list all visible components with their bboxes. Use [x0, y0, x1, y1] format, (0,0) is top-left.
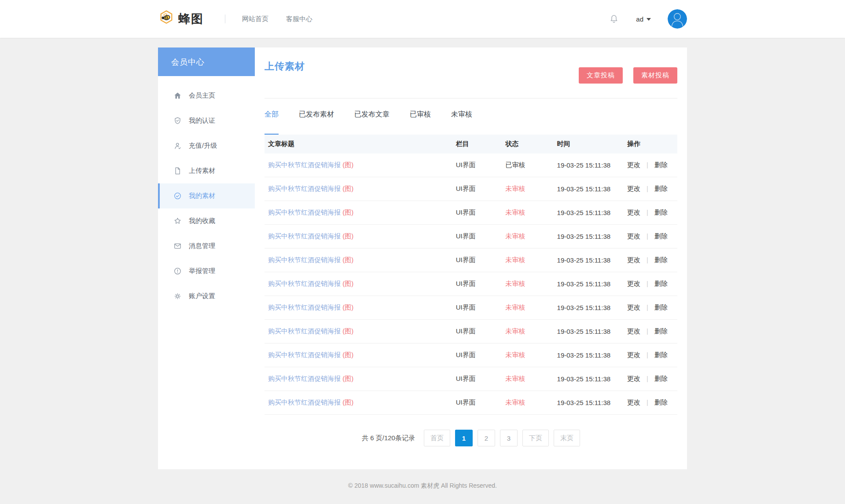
delete-link[interactable]: 删除: [654, 375, 668, 382]
tab-published-materials[interactable]: 已发布素材: [299, 110, 334, 135]
material-title-link[interactable]: 购买中秋节红酒促销海报 (图): [268, 256, 353, 263]
edit-link[interactable]: 更改: [627, 398, 640, 406]
notification-bell-icon[interactable]: [609, 14, 619, 24]
column-header-2: 栏目: [452, 140, 502, 148]
sidebar-item-my-materials[interactable]: 我的素材: [158, 183, 255, 208]
pagination-first[interactable]: 首页: [424, 430, 450, 446]
status-cell: 未审核: [502, 232, 553, 241]
sidebar-item-upload[interactable]: 上传素材: [158, 158, 255, 183]
edit-link[interactable]: 更改: [627, 351, 640, 358]
avatar[interactable]: [668, 9, 687, 29]
edit-link[interactable]: 更改: [627, 280, 640, 287]
mail-icon: [173, 242, 182, 251]
action-divider: |: [647, 208, 648, 216]
table-row: 购买中秋节红酒促销海报 (图) UI界面 未审核 19-03-25 15:11:…: [265, 177, 677, 201]
tab-reviewed[interactable]: 已审核: [410, 110, 431, 135]
nav-link-service-center[interactable]: 客服中心: [286, 15, 312, 23]
sidebar-item-member-home[interactable]: 会员主页: [158, 83, 255, 108]
pagination-last[interactable]: 末页: [554, 430, 580, 446]
status-cell: 未审核: [502, 280, 553, 288]
edit-link[interactable]: 更改: [627, 185, 640, 192]
copyright: © 2018 www.sucaihu.com 素材虎 All Rights Re…: [348, 482, 497, 489]
table-row: 购买中秋节红酒促销海报 (图) UI界面 未审核 19-03-25 15:11:…: [265, 201, 677, 225]
material-submit-button[interactable]: 素材投稿: [633, 67, 677, 84]
brand[interactable]: 蜂图: [158, 10, 204, 28]
material-title-link[interactable]: 购买中秋节红酒促销海报 (图): [268, 161, 353, 168]
material-title-link[interactable]: 购买中秋节红酒促销海报 (图): [268, 208, 353, 216]
delete-link[interactable]: 删除: [654, 232, 668, 240]
sidebar-item-label: 我的收藏: [189, 217, 215, 225]
column-header-3: 状态: [502, 140, 553, 148]
sidebar-item-messages[interactable]: 消息管理: [158, 234, 255, 259]
gear-icon: [173, 292, 182, 301]
shield-check-icon: [173, 117, 182, 125]
status-cell: 未审核: [502, 398, 553, 407]
table-body: 购买中秋节红酒促销海报 (图) UI界面 已审核 19-03-25 15:11:…: [265, 153, 677, 415]
edit-link[interactable]: 更改: [627, 232, 640, 240]
time-cell: 19-03-25 15:11:38: [554, 399, 624, 406]
delete-link[interactable]: 删除: [654, 185, 668, 192]
column-header-5: 操作: [624, 140, 677, 148]
category-cell: UI界面: [452, 303, 502, 312]
time-cell: 19-03-25 15:11:38: [554, 351, 624, 359]
page-title: 上传素材: [265, 60, 305, 73]
delete-link[interactable]: 删除: [654, 303, 668, 311]
action-divider: |: [647, 280, 648, 287]
delete-link[interactable]: 删除: [654, 398, 668, 406]
material-title-link[interactable]: 购买中秋节红酒促销海报 (图): [268, 280, 353, 287]
delete-link[interactable]: 删除: [654, 351, 668, 358]
pagination-page-3[interactable]: 3: [500, 430, 518, 446]
action-divider: |: [647, 398, 648, 406]
pagination-next[interactable]: 下页: [522, 430, 549, 446]
filter-tabs: 全部已发布素材已发布文章已审核未审核: [265, 99, 677, 135]
time-cell: 19-03-25 15:11:38: [554, 375, 624, 383]
pagination-page-2[interactable]: 2: [478, 430, 495, 446]
tab-all[interactable]: 全部: [265, 110, 279, 135]
delete-link[interactable]: 删除: [654, 280, 668, 287]
time-cell: 19-03-25 15:11:38: [554, 209, 624, 216]
category-cell: UI界面: [452, 232, 502, 241]
top-header: 蜂图 网站首页客服中心 ad: [0, 0, 845, 38]
sidebar-item-favorites[interactable]: 我的收藏: [158, 208, 255, 234]
submit-buttons: 文章投稿素材投稿: [579, 67, 677, 84]
status-cell: 未审核: [502, 208, 553, 217]
edit-link[interactable]: 更改: [627, 208, 640, 216]
material-title-link[interactable]: 购买中秋节红酒促销海报 (图): [268, 232, 353, 240]
delete-link[interactable]: 删除: [654, 161, 668, 168]
sidebar-item-reports[interactable]: 举报管理: [158, 259, 255, 284]
category-cell: UI界面: [452, 375, 502, 383]
nav-link-site-home[interactable]: 网站首页: [242, 15, 268, 23]
edit-link[interactable]: 更改: [627, 375, 640, 382]
sidebar-item-recharge[interactable]: 充值/升级: [158, 133, 255, 158]
edit-link[interactable]: 更改: [627, 327, 640, 335]
status-cell: 未审核: [502, 256, 553, 264]
edit-link[interactable]: 更改: [627, 256, 640, 263]
edit-link[interactable]: 更改: [627, 161, 640, 168]
edit-link[interactable]: 更改: [627, 303, 640, 311]
status-cell: 未审核: [502, 185, 553, 193]
pagination-page-1[interactable]: 1: [455, 430, 473, 446]
tab-unreviewed[interactable]: 未审核: [451, 110, 472, 135]
delete-link[interactable]: 删除: [654, 208, 668, 216]
home-icon: [173, 91, 182, 100]
footer: © 2018 www.sucaihu.com 素材虎 All Rights Re…: [0, 469, 845, 490]
material-title-link[interactable]: 购买中秋节红酒促销海报 (图): [268, 303, 353, 311]
sidebar-title: 会员中心: [158, 47, 255, 76]
user-menu[interactable]: ad: [636, 15, 651, 23]
time-cell: 19-03-25 15:11:38: [554, 328, 624, 335]
column-header-1: 文章标题: [265, 140, 452, 148]
tab-published-articles[interactable]: 已发布文章: [354, 110, 389, 135]
sidebar-item-settings[interactable]: 账户设置: [158, 284, 255, 309]
category-cell: UI界面: [452, 185, 502, 193]
delete-link[interactable]: 删除: [654, 327, 668, 335]
sidebar-item-label: 消息管理: [189, 242, 215, 250]
material-title-link[interactable]: 购买中秋节红酒促销海报 (图): [268, 327, 353, 335]
article-submit-button[interactable]: 文章投稿: [579, 67, 623, 84]
delete-link[interactable]: 删除: [654, 256, 668, 263]
sidebar-item-certification[interactable]: 我的认证: [158, 108, 255, 133]
material-title-link[interactable]: 购买中秋节红酒促销海报 (图): [268, 351, 353, 358]
material-title-link[interactable]: 购买中秋节红酒促销海报 (图): [268, 398, 353, 406]
material-title-link[interactable]: 购买中秋节红酒促销海报 (图): [268, 375, 353, 382]
material-title-link[interactable]: 购买中秋节红酒促销海报 (图): [268, 185, 353, 192]
brand-name: 蜂图: [178, 11, 204, 27]
